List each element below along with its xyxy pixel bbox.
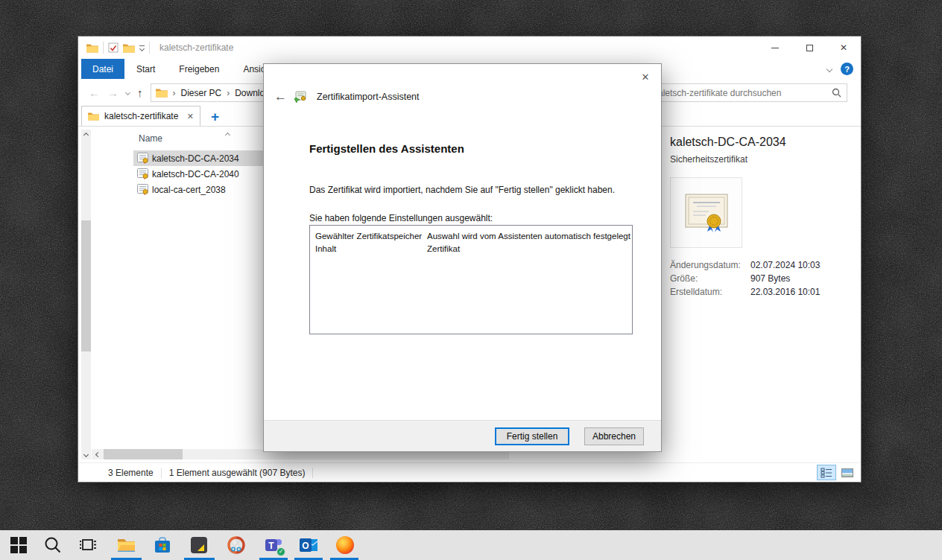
breadcrumb-chevron-icon: › [225, 88, 231, 98]
property-label: Erstelldatum: [670, 287, 750, 297]
selection-info: 1 Element ausgewählt (907 Bytes) [169, 468, 306, 478]
finish-button[interactable]: Fertig stellen [495, 427, 569, 445]
recent-locations-chevron-icon[interactable] [125, 90, 130, 95]
scroll-down-icon[interactable] [81, 449, 91, 459]
certificate-file-icon [137, 153, 149, 164]
breadcrumb-chevron-icon: › [171, 88, 177, 98]
status-separator [312, 468, 313, 478]
task-view-icon[interactable] [79, 536, 97, 554]
setting-row[interactable]: Inhalt Zertifikat [315, 242, 632, 255]
back-arrow-icon[interactable]: ← [89, 86, 100, 99]
forward-arrow-icon[interactable]: → [107, 86, 118, 99]
sort-ascending-icon [226, 129, 230, 139]
property-row: Änderungsdatum: 02.07.2024 10:03 [670, 258, 861, 272]
property-value: 907 Bytes [750, 273, 790, 284]
explorer-titlebar[interactable]: kaletsch-zertifikate ✕ [78, 36, 861, 59]
file-name: local-ca-cert_2038 [152, 185, 226, 195]
dialog-close-icon[interactable]: ✕ [636, 69, 655, 85]
snipping-tool-icon[interactable] [227, 536, 245, 554]
settings-listbox[interactable]: Gewählter Zertifikatspeicher Auswahl wir… [309, 225, 633, 334]
search-box[interactable] [648, 83, 847, 102]
ribbon-tab-freigeben[interactable]: Freigeben [167, 59, 231, 79]
tab-folder-icon [88, 112, 99, 121]
property-value: 02.07.2024 10:03 [750, 260, 820, 270]
navigation-scrollbar[interactable] [81, 130, 91, 459]
scrollbar-thumb[interactable] [104, 449, 183, 459]
svg-text:O: O [302, 541, 309, 551]
search-icon [832, 88, 847, 98]
wizard-description: Das Zertifikat wird importiert, nachdem … [309, 185, 637, 195]
certificate-import-wizard-dialog: ✕ ← Zertifikatimport-Assistent Fertigste… [263, 63, 662, 452]
setting-key: Inhalt [315, 244, 427, 253]
ribbon-tab-start[interactable]: Start [124, 59, 167, 79]
details-properties: Änderungsdatum: 02.07.2024 10:03 Größe: … [670, 258, 861, 299]
explorer-app-icon [86, 43, 98, 53]
scroll-up-icon[interactable] [81, 130, 91, 140]
outlook-icon[interactable]: O [300, 536, 317, 554]
certificate-file-icon [137, 184, 149, 195]
qat-customize-chevron-icon[interactable] [139, 45, 145, 51]
microsoft-store-icon[interactable] [154, 536, 171, 554]
firefox-icon[interactable] [336, 536, 354, 554]
wizard-title: Zertifikatimport-Assistent [317, 92, 420, 102]
close-button[interactable]: ✕ [826, 36, 861, 59]
notes-app-icon[interactable] [190, 536, 208, 554]
tab-close-icon[interactable]: ✕ [187, 112, 194, 121]
help-icon[interactable]: ? [841, 63, 853, 75]
qat-separator [103, 42, 104, 54]
property-label: Änderungsdatum: [670, 260, 750, 270]
setting-row[interactable]: Gewählter Zertifikatspeicher Auswahl wir… [315, 229, 632, 242]
qat-properties-icon[interactable] [108, 42, 118, 53]
folder-tab-label: kaletsch-zertifikate [104, 111, 182, 121]
file-name: kaletsch-DC-CA-2040 [152, 169, 239, 179]
wizard-heading: Fertigstellen des Assistenten [309, 142, 464, 155]
property-row: Größe: 907 Bytes [670, 272, 861, 285]
details-file-type: Sicherheitszertifikat [670, 154, 861, 165]
setting-key: Gewählter Zertifikatspeicher [315, 232, 427, 241]
scroll-left-icon[interactable] [92, 453, 104, 456]
maximize-button[interactable] [792, 36, 826, 59]
window-title: kaletsch-zertifikate [159, 42, 233, 53]
item-count: 3 Elemente [108, 468, 154, 478]
details-file-name: kaletsch-DC-CA-2034 [670, 136, 861, 149]
property-value: 22.03.2016 10:01 [750, 287, 820, 297]
ribbon-tab-datei[interactable]: Datei [81, 59, 124, 79]
wizard-certificate-icon [294, 91, 308, 103]
setting-value: Zertifikat [427, 244, 460, 253]
status-bar: 3 Elemente 1 Element ausgewählt (907 Byt… [78, 462, 861, 482]
qat-separator [149, 42, 150, 54]
start-button[interactable] [10, 536, 28, 554]
teams-icon[interactable]: T ✓ [265, 536, 282, 554]
property-label: Größe: [670, 273, 750, 284]
svg-text:T: T [268, 541, 274, 551]
address-folder-icon [156, 88, 168, 98]
folder-tab[interactable]: kaletsch-zertifikate ✕ [81, 106, 200, 126]
details-pane: kaletsch-DC-CA-2034 Sicherheitszertifika… [663, 127, 861, 462]
property-row: Erstelldatum: 22.03.2016 10:01 [670, 285, 861, 299]
wizard-back-arrow-icon[interactable]: ← [274, 89, 287, 104]
settings-label: Sie haben folgende Einstellungen ausgewä… [309, 213, 493, 223]
ribbon-expand-chevron-icon[interactable] [826, 66, 832, 71]
wizard-footer: Fertig stellen Abbrechen [264, 420, 661, 451]
column-header-label: Name [139, 133, 162, 144]
scrollbar-thumb[interactable] [81, 220, 91, 351]
details-view-toggle[interactable] [817, 465, 836, 480]
thumbnail-view-toggle[interactable] [838, 465, 857, 480]
certificate-file-icon [137, 168, 149, 179]
new-tab-button[interactable]: + [211, 108, 219, 126]
up-arrow-icon[interactable]: ↑ [137, 86, 143, 99]
file-explorer-taskbar-icon[interactable] [117, 536, 135, 554]
cancel-button[interactable]: Abbrechen [584, 427, 644, 445]
setting-value: Auswahl wird vom Assistenten automatisch… [427, 232, 630, 241]
minimize-button[interactable] [758, 36, 792, 59]
breadcrumb-root[interactable]: Dieser PC [181, 88, 222, 98]
file-name: kaletsch-DC-CA-2034 [152, 153, 239, 164]
certificate-preview [670, 177, 742, 248]
search-input[interactable] [649, 88, 832, 98]
taskbar: T ✓ O [0, 530, 942, 560]
teams-status-badge: ✓ [276, 547, 285, 556]
status-separator [161, 468, 162, 478]
search-icon[interactable] [44, 536, 62, 554]
qat-new-folder-icon[interactable] [123, 43, 135, 53]
